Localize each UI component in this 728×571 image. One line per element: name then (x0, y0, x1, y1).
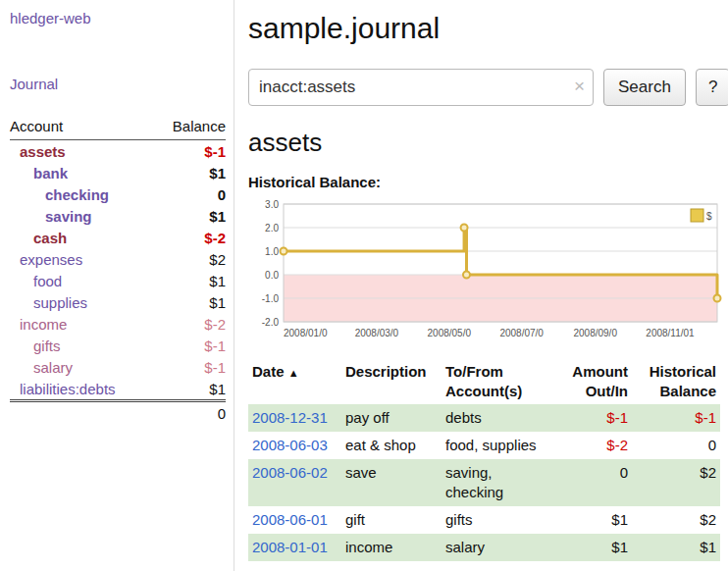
accounts-col-balance: Balance (153, 116, 226, 140)
account-link-food[interactable]: food (33, 273, 62, 289)
transaction-balance: $2 (632, 506, 720, 534)
register-row: 2008-06-03 eat & shop food, supplies $-2… (248, 432, 720, 459)
transaction-date-link[interactable]: 2008-06-03 (252, 437, 328, 453)
transaction-date-link[interactable]: 2008-12-31 (252, 409, 328, 426)
transaction-balance: $2 (632, 459, 720, 506)
clear-search-icon[interactable]: × (574, 76, 585, 97)
sort-asc-icon: ▲ (288, 367, 299, 379)
account-balance-supplies: $1 (153, 291, 226, 313)
account-link-saving[interactable]: saving (45, 208, 92, 225)
transaction-accounts: food, supplies (442, 432, 557, 459)
account-balance-income: $-2 (153, 313, 226, 335)
transaction-description: eat & shop (341, 432, 442, 459)
search-button[interactable]: Search (603, 69, 686, 106)
svg-text:2.0: 2.0 (265, 223, 279, 234)
register-row: 2008-06-02 save saving, checking 0 $2 (248, 459, 720, 506)
col-accounts: To/From Account(s) (442, 359, 557, 404)
transaction-accounts: debts (442, 404, 557, 432)
account-link-bank[interactable]: bank (33, 165, 68, 182)
account-balance-expenses: $2 (153, 248, 226, 270)
transaction-date-link[interactable]: 2008-06-02 (252, 464, 328, 481)
account-link-checking[interactable]: checking (45, 186, 109, 203)
svg-text:2008/01/0: 2008/01/0 (284, 328, 328, 338)
account-link-supplies[interactable]: supplies (33, 294, 87, 311)
svg-text:-1.0: -1.0 (262, 293, 280, 304)
sidebar: hledger-web Journal Account Balance asse… (0, 0, 234, 571)
account-link-gifts[interactable]: gifts (33, 337, 61, 354)
search-bar: × Search ? (248, 69, 728, 106)
search-input[interactable] (248, 69, 594, 106)
account-balance-salary: $-1 (153, 356, 226, 378)
svg-text:2008/05/0: 2008/05/0 (428, 328, 472, 338)
account-row: salary $-1 (10, 356, 226, 378)
svg-text:2008/07/0: 2008/07/0 (499, 328, 544, 338)
accounts-table: Account Balance assets $-1 bank $1 check… (10, 116, 226, 424)
account-link-expenses[interactable]: expenses (20, 251, 82, 268)
account-balance-checking: 0 (153, 183, 226, 205)
transaction-accounts: saving, checking (442, 459, 557, 506)
account-link-salary[interactable]: salary (33, 359, 73, 376)
col-amount: Amount Out/In (557, 359, 632, 404)
accounts-col-account: Account (10, 116, 153, 140)
account-row: saving $1 (10, 205, 226, 227)
transaction-date-link[interactable]: 2008-06-01 (252, 511, 328, 528)
transaction-date-link[interactable]: 2008-01-01 (252, 539, 328, 555)
transaction-balance: 0 (632, 432, 720, 459)
svg-text:-2.0: -2.0 (262, 317, 280, 328)
accounts-total-balance: 0 (153, 401, 226, 425)
transaction-amount: 0 (557, 459, 632, 506)
svg-text:1.0: 1.0 (265, 246, 279, 257)
search-box: × (248, 69, 594, 106)
account-balance-gifts: $-1 (153, 335, 226, 356)
transaction-balance: $1 (632, 534, 720, 561)
transaction-balance: $-1 (632, 404, 720, 432)
register-table: Date ▲ Description To/From Account(s) Am… (248, 359, 720, 561)
transaction-accounts: salary (442, 534, 557, 561)
transaction-description: gift (341, 506, 442, 534)
col-description: Description (341, 359, 442, 404)
account-balance-bank: $1 (153, 162, 226, 183)
accounts-total-row: 0 (10, 401, 226, 425)
svg-text:2008/11/01: 2008/11/01 (646, 328, 695, 338)
accounts-header-row: Account Balance (10, 116, 226, 140)
col-date-label: Date (252, 363, 285, 380)
account-link-assets[interactable]: assets (20, 143, 66, 160)
transaction-amount: $-2 (557, 432, 632, 459)
account-link-income[interactable]: income (20, 316, 67, 333)
account-row: gifts $-1 (10, 335, 226, 356)
transaction-description: save (341, 459, 442, 506)
register-row: 2008-01-01 income salary $1 $1 (248, 534, 720, 561)
account-balance-cash: $-2 (153, 227, 226, 248)
account-heading: assets (248, 128, 728, 158)
account-balance-saving: $1 (153, 205, 226, 227)
app-title-link[interactable]: hledger-web (10, 10, 226, 26)
svg-text:3.0: 3.0 (265, 199, 279, 210)
transaction-description: pay off (341, 404, 442, 432)
help-button[interactable]: ? (696, 69, 728, 106)
col-historical-balance: Historical Balance (632, 359, 720, 404)
account-row: bank $1 (10, 162, 226, 183)
page-title: sample.journal (248, 12, 728, 45)
account-link-liabilities-debts[interactable]: liabilities:debts (20, 381, 116, 397)
svg-text:2008/03/0: 2008/03/0 (355, 328, 399, 338)
transaction-amount: $-1 (557, 404, 632, 432)
account-balance-food: $1 (153, 270, 226, 291)
svg-text:$: $ (706, 211, 712, 222)
main-content: sample.journal × Search ? assets Histori… (234, 0, 728, 571)
register-row: 2008-06-01 gift gifts $1 $2 (248, 506, 720, 534)
account-row: expenses $2 (10, 248, 226, 270)
account-row: food $1 (10, 270, 226, 291)
sidebar-item-journal[interactable]: Journal (10, 76, 226, 92)
account-link-cash[interactable]: cash (33, 230, 67, 246)
account-row: assets $-1 (10, 140, 226, 163)
account-balance-liabilities-debts: $1 (153, 378, 226, 401)
col-date[interactable]: Date ▲ (248, 359, 341, 404)
transaction-amount: $1 (557, 534, 632, 561)
account-row: supplies $1 (10, 291, 226, 313)
transaction-accounts: gifts (442, 506, 557, 534)
register-row: 2008-12-31 pay off debts $-1 $-1 (248, 404, 720, 432)
transaction-amount: $1 (557, 506, 632, 534)
account-row: liabilities:debts $1 (10, 378, 226, 401)
historical-balance-chart: 3.02.01.00.0-1.0-2.02008/01/02008/03/020… (248, 196, 725, 345)
svg-text:0.0: 0.0 (265, 270, 279, 281)
